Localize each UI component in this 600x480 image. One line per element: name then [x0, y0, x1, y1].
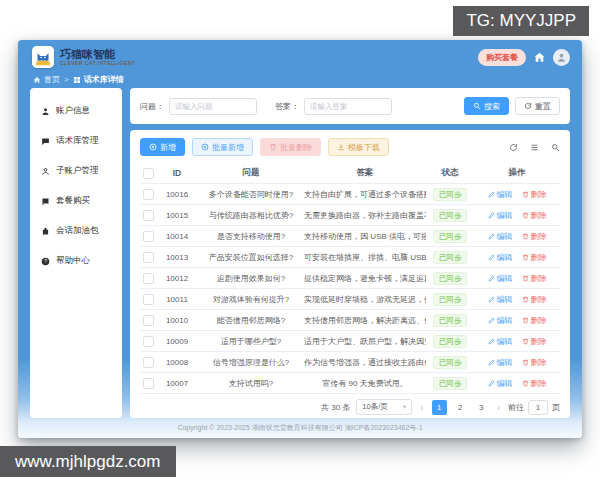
column-settings-icon[interactable]	[530, 143, 539, 152]
row-checkbox[interactable]	[143, 210, 154, 221]
pencil-icon	[488, 233, 495, 240]
row-checkbox[interactable]	[143, 273, 154, 284]
table-row: 10012 追剧使用效果如何? 提供稳定网络，避免卡顿，满足追剧无忧的使... …	[140, 268, 560, 289]
edit-button[interactable]: 编辑	[488, 378, 513, 389]
delete-button[interactable]: 删除	[522, 210, 547, 221]
breadcrumb-current: 话术库详情	[73, 74, 124, 85]
row-answer: 作为信号增强器，通过接收主路由信号并放大...	[304, 357, 426, 368]
status-badge: 已同步	[433, 293, 468, 306]
row-answer: 无需更换路由器，弥补主路由覆盖不足，即插...	[304, 210, 426, 221]
table-row: 10007 支持试用吗? 宣传有 90 天免费试用。 已同步 编辑 删除	[140, 373, 560, 394]
template-download-button[interactable]: 模板下载	[328, 138, 389, 156]
delete-button[interactable]: 删除	[522, 252, 547, 263]
edit-button[interactable]: 编辑	[488, 336, 513, 347]
col-id: ID	[156, 168, 198, 178]
question-label: 问题：	[140, 101, 164, 112]
table-toolbar: 新增 批量新增 批量删除 模板下载	[140, 138, 560, 156]
row-checkbox[interactable]	[143, 336, 154, 347]
pagination: 共 30 条 10条/页 ▾ ‹ 1 2 3 › 前往 页	[140, 399, 560, 415]
trash-icon	[522, 254, 529, 261]
batch-add-button[interactable]: 批量新增	[192, 138, 253, 156]
sidebar-item-script-library[interactable]: 话术库管理	[30, 126, 122, 156]
row-id: 10008	[156, 358, 198, 367]
edit-button[interactable]: 编辑	[488, 189, 513, 200]
circle-plus-icon	[201, 143, 209, 151]
buy-package-button[interactable]: 购买套餐	[478, 49, 526, 66]
edit-button[interactable]: 编辑	[488, 315, 513, 326]
edit-button[interactable]: 编辑	[488, 210, 513, 221]
delete-button[interactable]: 删除	[522, 315, 547, 326]
row-checkbox[interactable]	[143, 231, 154, 242]
select-all-checkbox[interactable]	[143, 168, 154, 179]
goto-page-input[interactable]	[528, 400, 548, 415]
sidebar-item-session-fuel-pack[interactable]: 会话加油包	[30, 216, 122, 246]
home-icon	[33, 76, 41, 84]
delete-button[interactable]: 删除	[522, 273, 547, 284]
grid-icon	[73, 76, 81, 84]
breadcrumb-separator: >	[64, 75, 69, 84]
trash-icon	[522, 275, 529, 282]
question-input[interactable]	[169, 98, 257, 115]
row-checkbox[interactable]	[143, 189, 154, 200]
delete-button[interactable]: 删除	[522, 231, 547, 242]
pencil-icon	[488, 338, 495, 345]
edit-button[interactable]: 编辑	[488, 252, 513, 263]
brand: 巧猫咪智能 CLEVER CAT INTELLIGENT	[32, 46, 136, 68]
edit-button[interactable]: 编辑	[488, 231, 513, 242]
search-button[interactable]: 搜索	[464, 97, 509, 115]
goto-label: 前往	[508, 402, 524, 413]
copyright: Copyright © 2023-2025 湖南状元堂教育科技有限公司 湘ICP…	[18, 423, 582, 433]
prev-page-button[interactable]: ‹	[418, 402, 425, 413]
pencil-icon	[488, 275, 495, 282]
add-button[interactable]: 新增	[140, 138, 185, 156]
sidebar-item-label: 会话加油包	[56, 225, 99, 237]
sidebar-item-label: 子账户管理	[56, 165, 99, 177]
delete-button[interactable]: 删除	[522, 378, 547, 389]
page-1-button[interactable]: 1	[432, 400, 447, 415]
delete-button[interactable]: 删除	[522, 294, 547, 305]
home-icon[interactable]	[533, 51, 546, 64]
edit-button[interactable]: 编辑	[488, 294, 513, 305]
reset-button[interactable]: 重置	[515, 97, 560, 115]
refresh-icon[interactable]	[509, 143, 518, 152]
row-checkbox[interactable]	[143, 378, 154, 389]
sidebar-item-account-info[interactable]: 账户信息	[30, 96, 122, 126]
trash-icon	[522, 212, 529, 219]
page-2-button[interactable]: 2	[453, 400, 468, 415]
row-question: 追剧使用效果如何?	[198, 273, 304, 284]
page-size-select[interactable]: 10条/页 ▾	[356, 399, 412, 415]
pencil-icon	[488, 254, 495, 261]
avatar[interactable]	[553, 49, 570, 66]
row-checkbox[interactable]	[143, 294, 154, 305]
answer-input[interactable]	[304, 98, 392, 115]
breadcrumb-home[interactable]: 首页	[33, 74, 60, 85]
search-zoom-icon[interactable]	[551, 143, 560, 152]
sidebar-item-sub-accounts[interactable]: 子账户管理	[30, 156, 122, 186]
search-icon	[473, 102, 481, 110]
batch-delete-button[interactable]: 批量删除	[260, 138, 321, 156]
sidebar-item-package-purchase[interactable]: 套餐购买	[30, 186, 122, 216]
delete-button[interactable]: 删除	[522, 336, 547, 347]
delete-button[interactable]: 删除	[522, 357, 547, 368]
status-badge: 已同步	[433, 230, 468, 243]
row-checkbox[interactable]	[143, 252, 154, 263]
page-3-button[interactable]: 3	[474, 400, 489, 415]
trash-icon	[269, 143, 277, 151]
delete-button[interactable]: 删除	[522, 189, 547, 200]
row-id: 10010	[156, 316, 198, 325]
sidebar-item-label: 帮助中心	[56, 255, 90, 267]
row-checkbox[interactable]	[143, 315, 154, 326]
row-question: 与传统路由器相比优势?	[198, 210, 304, 221]
row-id: 10015	[156, 211, 198, 220]
sub-user-icon	[41, 167, 50, 176]
fuel-pack-icon	[41, 227, 50, 236]
row-checkbox[interactable]	[143, 357, 154, 368]
edit-button[interactable]: 编辑	[488, 273, 513, 284]
table-row: 10010 能否借用邻居网络? 支持借用邻居网络，解决距离远、信号差的联... …	[140, 310, 560, 331]
trash-icon	[522, 359, 529, 366]
next-page-button[interactable]: ›	[495, 402, 502, 413]
edit-button[interactable]: 编辑	[488, 357, 513, 368]
row-answer: 宣传有 90 天免费试用。	[304, 378, 426, 389]
sidebar-item-help-center[interactable]: ? 帮助中心	[30, 246, 122, 276]
user-icon	[41, 107, 50, 116]
